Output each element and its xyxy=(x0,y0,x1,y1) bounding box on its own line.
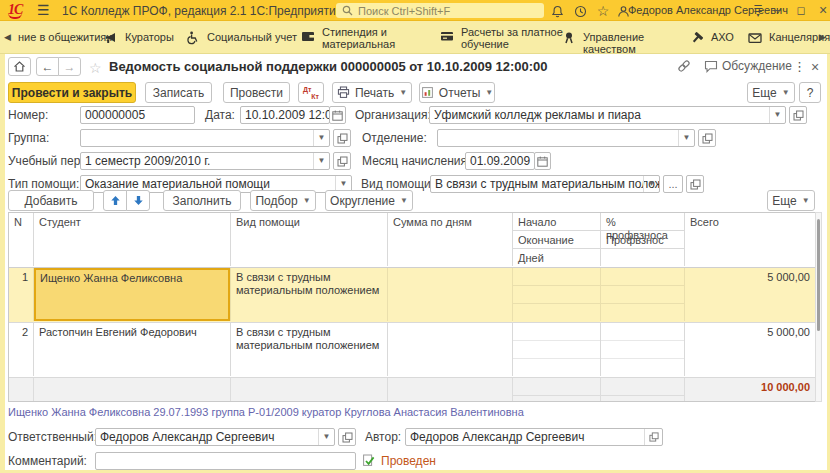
comment-field[interactable] xyxy=(95,452,356,470)
more-menu-icon[interactable]: ⋮ xyxy=(793,59,806,74)
help-kind-open-button[interactable] xyxy=(686,175,704,193)
organization-field[interactable]: Уфимский колледж рекламы и пиара ▼ xyxy=(429,106,786,124)
section-curators[interactable]: Кураторы xyxy=(104,31,174,49)
dtkt-icon: Дт Кт xyxy=(303,86,319,100)
search-input[interactable]: Поиск Ctrl+Shift+F xyxy=(336,3,544,18)
favorite-star-icon[interactable]: ☆ xyxy=(89,60,102,76)
search-placeholder: Поиск Ctrl+Shift+F xyxy=(358,5,450,17)
accrual-month-field[interactable]: 01.09.2009 xyxy=(465,152,535,170)
wallet-icon xyxy=(301,29,315,47)
reports-button[interactable]: Отчеты ▼ xyxy=(419,82,495,103)
document-title: Ведомость социальной поддержки 000000005… xyxy=(109,59,548,74)
department-open-button[interactable] xyxy=(698,129,716,147)
chevron-down-icon[interactable]: ▼ xyxy=(318,429,334,445)
arrow-down-icon xyxy=(133,195,144,206)
add-row-button[interactable]: Добавить xyxy=(8,190,94,211)
author-field[interactable]: Федоров Александр Сергеевич xyxy=(405,428,663,446)
cell-kind[interactable]: В связи с трудным материальным положение… xyxy=(231,323,388,376)
favorites-star-icon[interactable]: ☆ xyxy=(595,3,611,19)
author-open-icon[interactable] xyxy=(644,429,662,445)
cell-n[interactable]: 1 xyxy=(9,268,34,321)
discussion-button[interactable]: Обсуждение xyxy=(704,59,792,73)
section-aho[interactable]: АХО xyxy=(690,31,734,49)
dt-kt-button[interactable]: Дт Кт xyxy=(298,82,324,103)
post-and-close-button[interactable]: Провести и закрыть xyxy=(8,82,136,103)
chevron-down-icon[interactable]: ▼ xyxy=(678,130,694,146)
scroll-right-icon[interactable]: ▶ xyxy=(819,32,826,42)
accrual-month-calendar-button[interactable] xyxy=(534,152,551,170)
accrual-month-label: Месяц начисления: xyxy=(362,152,470,170)
table-scrollbar[interactable] xyxy=(815,212,822,402)
post-button[interactable]: Провести xyxy=(223,82,290,103)
student-info-link[interactable]: Ищенко Жанна Феликсовна 29.07.1993 групп… xyxy=(8,406,524,418)
notifications-bell-icon[interactable] xyxy=(549,3,565,19)
home-button[interactable] xyxy=(8,57,31,76)
cell-union[interactable] xyxy=(601,268,685,321)
megaphone-icon xyxy=(104,31,118,49)
section-social-accounting[interactable]: Социальный учет xyxy=(186,31,297,49)
write-button[interactable]: Записать xyxy=(145,82,212,103)
table-totals-row: 10 000,00 xyxy=(9,378,815,402)
scroll-left-icon[interactable]: ◀ xyxy=(4,32,11,42)
cell-student[interactable]: Растопчин Евгений Федорович xyxy=(34,323,231,376)
table-row[interactable]: 1 Ищенко Жанна Феликсовна В связи с труд… xyxy=(9,268,815,323)
chevron-down-icon[interactable]: ▼ xyxy=(313,130,329,146)
group-field[interactable]: ▼ xyxy=(80,129,330,147)
help-kind-ellipsis-button[interactable]: ... xyxy=(663,175,683,193)
history-icon[interactable] xyxy=(572,3,588,19)
titlebar: 1С ☰ 1С Колледж ПРОФ, редакция 2.1 1С:Пр… xyxy=(0,0,830,21)
cell-total[interactable]: 5 000,00 xyxy=(685,323,815,376)
cell-dates[interactable] xyxy=(513,268,601,321)
discussion-label: Обсуждение xyxy=(722,59,792,73)
form-more-button[interactable]: Еще ▼ xyxy=(747,82,795,103)
main-menu-icon[interactable]: ☰ xyxy=(37,2,50,18)
close-form-icon[interactable]: × xyxy=(811,59,819,75)
section-paid-education[interactable]: Расчеты за платное обучение xyxy=(440,26,573,50)
scrollbar-thumb[interactable] xyxy=(817,219,820,331)
responsible-open-button[interactable] xyxy=(338,428,356,446)
selected-cell[interactable]: Ищенко Жанна Феликсовна xyxy=(34,268,230,321)
organization-open-button[interactable] xyxy=(789,106,807,124)
cell-total[interactable]: 5 000,00 xyxy=(685,268,815,321)
cell-student[interactable]: Ищенко Жанна Феликсовна xyxy=(34,268,231,321)
forward-button[interactable]: → xyxy=(58,57,81,76)
pick-button[interactable]: Подбор ▼ xyxy=(250,190,316,211)
cell-dates[interactable] xyxy=(513,323,601,376)
period-field[interactable]: 1 семестр 2009/2010 г. ▼ xyxy=(80,152,330,170)
help-button[interactable]: ? xyxy=(799,82,821,103)
chevron-down-icon[interactable]: ▼ xyxy=(313,153,329,169)
section-dormitory[interactable]: ние в общежитиях xyxy=(18,31,112,43)
minimize-button[interactable]: – xyxy=(768,0,786,20)
maximize-button[interactable]: ◻ xyxy=(792,0,810,20)
chevron-down-icon[interactable]: ▼ xyxy=(769,107,785,123)
chevron-down-icon[interactable]: ▼ xyxy=(643,176,659,192)
help-kind-field[interactable]: В связи с трудным материальным положение… xyxy=(430,175,660,193)
cell-n[interactable]: 2 xyxy=(9,323,34,376)
section-office[interactable]: Канцелярия xyxy=(748,31,830,49)
cell-kind[interactable]: В связи с трудным материальным положение… xyxy=(231,268,388,321)
print-button[interactable]: Печать ▼ xyxy=(332,82,412,103)
get-link-icon[interactable] xyxy=(677,59,691,73)
responsible-field[interactable]: Федоров Александр Сергеевич ▼ xyxy=(95,428,335,446)
close-window-button[interactable]: × xyxy=(814,0,830,20)
move-up-button[interactable] xyxy=(103,190,127,211)
department-field[interactable]: ▼ xyxy=(437,129,695,147)
date-calendar-button[interactable] xyxy=(329,106,346,124)
date-field[interactable]: 10.10.2009 12:00:00 xyxy=(240,106,330,124)
number-field[interactable]: 000000005 xyxy=(80,106,195,124)
fill-button[interactable]: Заполнить xyxy=(163,190,241,211)
table-more-button[interactable]: Еще ▼ xyxy=(767,190,815,211)
table-row[interactable]: 2 Растопчин Евгений Федорович В связи с … xyxy=(9,323,815,378)
group-open-button[interactable] xyxy=(333,129,351,147)
move-down-button[interactable] xyxy=(126,190,150,211)
back-button[interactable]: ← xyxy=(36,57,59,76)
section-quality-management[interactable]: Управление качеством xyxy=(562,31,695,55)
period-open-button[interactable] xyxy=(333,152,351,170)
search-icon xyxy=(342,5,353,16)
service-menu-icon[interactable]: ☰▾ xyxy=(750,3,766,19)
rounding-button[interactable]: Округление ▼ xyxy=(325,190,413,211)
cell-sum-by-days[interactable] xyxy=(388,268,513,321)
cell-union[interactable] xyxy=(601,323,685,376)
chevron-down-icon: ▼ xyxy=(485,89,493,97)
cell-sum-by-days[interactable] xyxy=(388,323,513,376)
